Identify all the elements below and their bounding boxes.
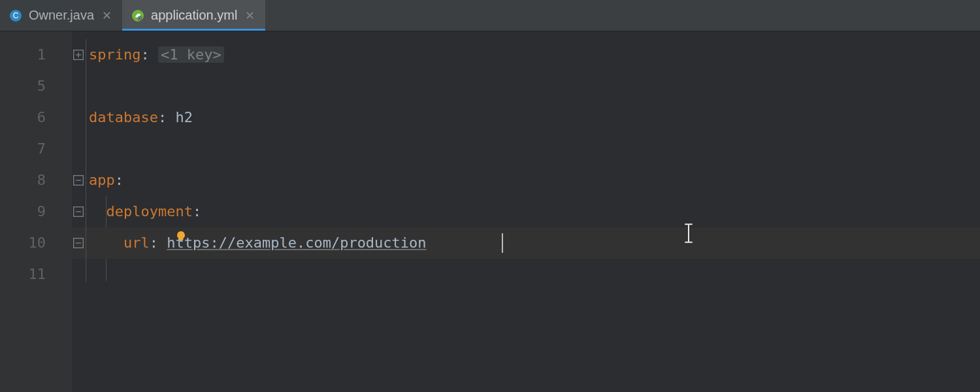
tab-owner-java[interactable]: C Owner.java ✕: [0, 0, 122, 31]
intention-bulb-icon[interactable]: [174, 229, 188, 244]
tab-application-yml[interactable]: application.yml ✕: [122, 0, 265, 31]
line-numbers: 1 5 6 7 8 9 10 11: [0, 31, 72, 392]
editor[interactable]: 1 5 6 7 8 9 10 11 spring: <1 key> da: [0, 31, 980, 392]
folded-region[interactable]: <1 key>: [158, 46, 224, 63]
code-line[interactable]: [89, 133, 980, 165]
close-icon[interactable]: ✕: [244, 8, 256, 23]
code-line[interactable]: database: h2: [89, 102, 980, 133]
svg-rect-14: [179, 240, 183, 242]
yaml-key: deployment: [106, 203, 193, 220]
mouse-cursor-ibeam: [683, 223, 694, 248]
text-caret: [502, 233, 503, 253]
line-number: 9: [0, 196, 72, 227]
line-number: 5: [0, 71, 72, 102]
code-line[interactable]: app:: [89, 165, 980, 196]
code-line[interactable]: [89, 71, 980, 102]
yaml-value-url[interactable]: https://example.com/production: [167, 235, 426, 251]
yaml-key: spring: [89, 46, 140, 63]
tab-label: Owner.java: [29, 8, 94, 23]
line-number: 10: [0, 227, 72, 259]
close-icon[interactable]: ✕: [101, 8, 113, 23]
tab-bar: C Owner.java ✕ application.yml ✕: [0, 0, 980, 31]
yaml-key: url: [123, 235, 150, 251]
code-line[interactable]: [89, 259, 980, 290]
line-number: 8: [0, 165, 72, 196]
line-number: 11: [0, 259, 72, 290]
tab-label: application.yml: [151, 8, 237, 23]
yaml-key: database: [89, 109, 158, 125]
line-number: 7: [0, 133, 72, 165]
spring-config-icon: [131, 9, 144, 22]
code-line[interactable]: deployment:: [89, 196, 980, 227]
gutter: 1 5 6 7 8 9 10 11: [0, 31, 72, 392]
code-line[interactable]: spring: <1 key>: [89, 39, 980, 71]
line-number: 6: [0, 102, 72, 133]
yaml-value: h2: [175, 109, 193, 125]
svg-text:C: C: [13, 11, 19, 20]
yaml-key: app: [89, 172, 115, 188]
code-line-current[interactable]: url: https://example.com/production: [89, 227, 980, 259]
java-class-icon: C: [9, 9, 22, 22]
code-area[interactable]: spring: <1 key> database: h2 app: deploy…: [72, 31, 980, 392]
line-number: 1: [0, 39, 72, 71]
